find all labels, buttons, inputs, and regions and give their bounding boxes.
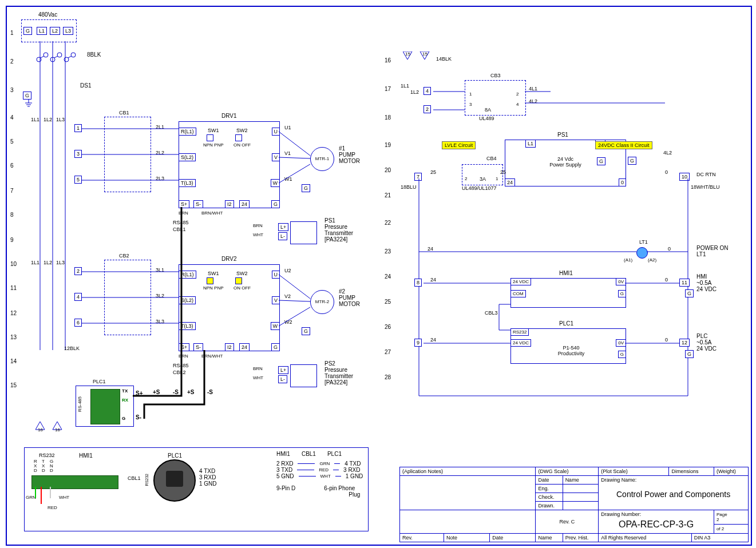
c5gnd: 5 GND [276,473,294,479]
row-num: 15 [10,382,17,405]
tb-name: Name [536,534,563,542]
wire-24-lt1: 24 [428,246,433,252]
plc1-block: RS-485 TX RX G [76,386,134,427]
ps2-name: PS2 [324,360,353,367]
row-num: 5 [10,138,17,162]
ps1r-l1: L1 [525,140,536,148]
motor1-symbol: MTR-1 [310,147,334,171]
red-wire: RED [319,467,328,472]
24-term: 24 [239,200,250,208]
wire-0-plc: 0 [665,337,668,343]
row-num: 22 [385,220,391,248]
plc1-label-r: PLC1 [559,320,573,327]
row-num: 7 [10,188,17,212]
title-block: (Aplication Notes) (DWG Scale) (Plot Sca… [399,467,749,542]
cd-pins: 4 TXD 3 RXD 1 GND [199,468,217,487]
plug-label: Plug [276,491,363,498]
cb2-block [104,260,151,335]
hmi-24vdc: 24 VDC [510,278,531,285]
ps1-desc2: Transmitter [324,230,353,236]
cable-colors [33,487,68,507]
cd-hmi1: HMI1 [79,452,93,459]
tb-prev: Prev. Hist. [563,534,599,542]
ps2-part: [PA3224] [324,379,353,386]
row-num: 6 [10,162,17,188]
i2-term: I2 [225,200,234,208]
row-num: 20 [385,167,391,192]
grn-wire: GRN [319,461,330,466]
wire-1l2: 1L2 [43,117,52,122]
ext-g2: G [685,289,694,297]
sw1-box2 [207,277,213,284]
wire-1l1: 1L1 [31,117,39,122]
sp-term: S+ [179,200,189,208]
l2-term: L2 [50,27,60,35]
row-num: 11 [10,285,17,310]
drv2-r: R(L1) [179,271,196,279]
row-num: 21 [385,192,391,220]
row-numbers-left: 1 2 3 4 5 6 7 8 9 10 11 12 13 14 15 [10,30,17,405]
pump2-line3: MOTOR [339,301,360,307]
wire-3l1: 3L1 [156,267,164,273]
ps-out2: +S [187,389,195,395]
drv2-v: V [272,296,280,304]
cbl1-label: CBL1 [173,227,186,232]
brn-label: BRN [179,211,188,216]
wire-3l2: 3L2 [156,293,164,299]
row-num: 3 [10,87,17,114]
wire-0a: 0 [665,169,668,175]
wire-u1: U1 [284,125,291,130]
cb1-block [104,117,151,192]
sm-out: S- [136,414,141,420]
plc-g: G [618,351,626,358]
sw2-box [235,134,242,141]
sm-term: S- [193,200,203,208]
cd-gnd: G N D [50,459,53,473]
plc1-block-r: RS232 24 VDC 0V G P1-540 Productivity [510,328,626,364]
sm-term2: S- [193,343,203,351]
term-12: 12 [679,339,690,347]
drv1-v: V [272,153,280,161]
npn-pnp: NPN PNP [203,142,224,148]
ds1-label: DS1 [80,82,91,89]
wire-1l1r: 1L1 [401,83,409,89]
ps1-name: PS1 [324,217,353,224]
pump1-line3: MOTOR [339,158,360,164]
tb-note: Note [444,534,489,542]
drv1-t: T(L3) [179,179,196,187]
term-3: 3 [74,150,82,158]
ps1-text: PS1 Pressure Transmitter [PA3224] [324,217,353,243]
lplus-term2: L+ [278,366,288,374]
tb-check: Check. [536,493,563,502]
on-off2: ON OFF [233,285,251,291]
lplus-term: L+ [278,223,288,231]
c2rxd: 2 RXD [276,460,293,467]
plc-rs232: RS232 [510,328,529,336]
whtblu18-label: 18WHT/BLU [691,184,720,190]
row-num: 9 [10,237,17,261]
lminus-term: L- [278,232,287,240]
a1-label: (A1) [624,257,632,263]
plc-desc: P1-540 Productivity [548,345,594,356]
rs485-label: RS485 [173,220,189,225]
cd-rxd: R X D [34,459,37,473]
pump2-line1: #2 [339,288,360,295]
brnwht-label: BRN/WHT [201,211,223,216]
cb3-label: CB3 [490,73,501,78]
brnwht-label2: BRN/WHT [201,354,223,359]
ps2-desc2: Transmitter [324,373,353,379]
hmi-0v: 0V [616,278,626,285]
ps2-desc1: Pressure [324,367,353,373]
drv1-s: S(L2) [179,153,196,161]
power-on-text: POWER ON LT1 [696,245,729,257]
cb3-block [465,80,526,116]
tb-dnum: OPA-REC-CP-3-G [601,517,711,532]
cbl2-label: CBL2 [173,370,186,375]
l3-term: L3 [63,27,73,35]
pump1-line1: #1 [339,145,360,152]
wire-24-plc: 24 [430,337,436,343]
i2-term2: I2 [225,343,234,351]
rs485-label2: RS485 [173,363,189,368]
wire-1l2r: 1L2 [410,89,419,95]
12blk-label: 12BLK [64,346,80,351]
